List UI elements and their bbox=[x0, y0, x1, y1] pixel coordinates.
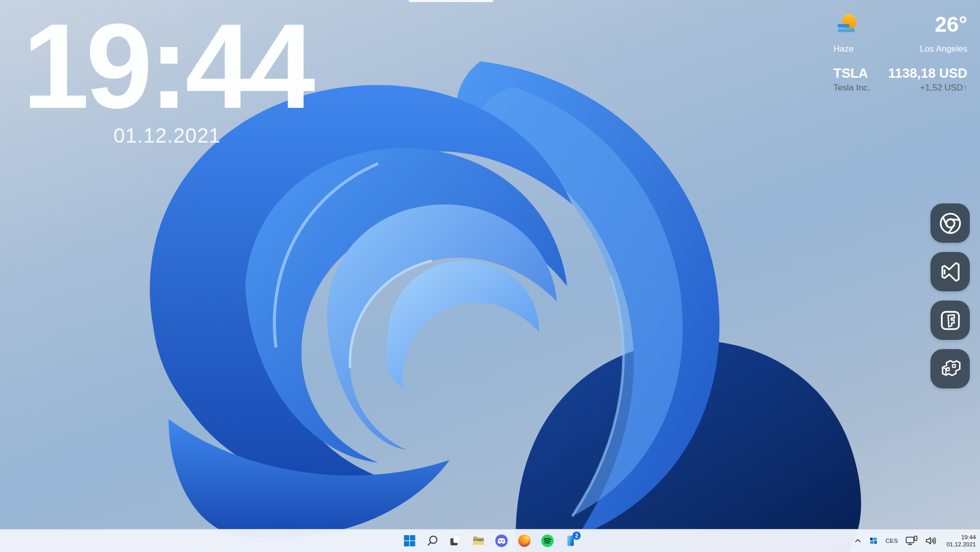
search-button[interactable] bbox=[426, 534, 439, 547]
dock-item-fortnite[interactable] bbox=[930, 301, 970, 340]
top-edge-window-sliver[interactable] bbox=[409, 0, 493, 2]
dock-item-blocky-3d-app[interactable] bbox=[930, 349, 970, 388]
search-icon bbox=[426, 534, 439, 547]
spotify-button[interactable] bbox=[541, 534, 554, 547]
task-view-button[interactable] bbox=[449, 534, 462, 547]
system-tray: CES 19:44 01.12.2021 bbox=[854, 530, 976, 552]
visual-studio-icon bbox=[937, 259, 964, 285]
phone-link-button[interactable]: 2 bbox=[564, 534, 577, 547]
volume-icon[interactable] bbox=[925, 536, 937, 545]
spotify-icon bbox=[541, 534, 554, 547]
desktop: 19:44 01.12.2021 26° Haze Los Angeles TS… bbox=[0, 0, 980, 552]
firefox-button[interactable] bbox=[518, 534, 531, 547]
start-button[interactable] bbox=[403, 534, 416, 547]
weather-city: Los Angeles bbox=[920, 44, 967, 54]
stock-company: Tesla Inc. bbox=[833, 83, 873, 93]
hidden-icons-chevron-button[interactable] bbox=[854, 537, 862, 545]
dock-item-visual-studio[interactable] bbox=[930, 252, 970, 291]
clock-time: 19:44 bbox=[22, 9, 312, 123]
task-view-icon bbox=[449, 534, 462, 547]
stock-change-value: +1,52 USD bbox=[920, 83, 963, 93]
taskbar-center: 2 bbox=[403, 530, 577, 552]
temperature: 26° bbox=[935, 12, 967, 37]
dock-item-chrome[interactable] bbox=[930, 203, 970, 243]
sun-haze-icon bbox=[833, 10, 873, 39]
weather-stock-widget[interactable]: 26° Haze Los Angeles TSLA 1138,18 USD Te… bbox=[833, 10, 967, 93]
tray-clock[interactable]: 19:44 01.12.2021 bbox=[946, 534, 976, 548]
notification-badge: 2 bbox=[573, 532, 581, 540]
chrome-icon bbox=[937, 210, 964, 237]
file-explorer-button[interactable] bbox=[472, 534, 485, 547]
tray-app-tiles-icon[interactable] bbox=[870, 537, 878, 545]
stock-up-arrow-icon: ↑ bbox=[963, 83, 968, 93]
language-indicator[interactable]: CES bbox=[885, 538, 898, 544]
discord-button[interactable] bbox=[495, 534, 508, 547]
dock bbox=[930, 203, 970, 388]
tray-date: 01.12.2021 bbox=[946, 541, 976, 548]
stock-change: +1,52 USD↑ bbox=[920, 83, 967, 93]
taskbar: 2 CES bbox=[0, 529, 980, 552]
clock-widget[interactable]: 19:44 01.12.2021 bbox=[22, 9, 312, 147]
stock-price: 1138,18 USD bbox=[888, 65, 967, 81]
discord-icon bbox=[495, 534, 508, 547]
file-explorer-icon bbox=[472, 534, 485, 547]
windows-start-icon bbox=[403, 534, 416, 547]
firefox-icon bbox=[518, 534, 531, 547]
display-device-icon[interactable] bbox=[905, 536, 918, 546]
fortnite-icon bbox=[937, 307, 964, 334]
stock-symbol: TSLA bbox=[833, 65, 873, 81]
tray-time: 19:44 bbox=[946, 534, 976, 541]
weather-condition: Haze bbox=[833, 44, 873, 54]
blocky-3d-app-icon bbox=[937, 356, 964, 382]
